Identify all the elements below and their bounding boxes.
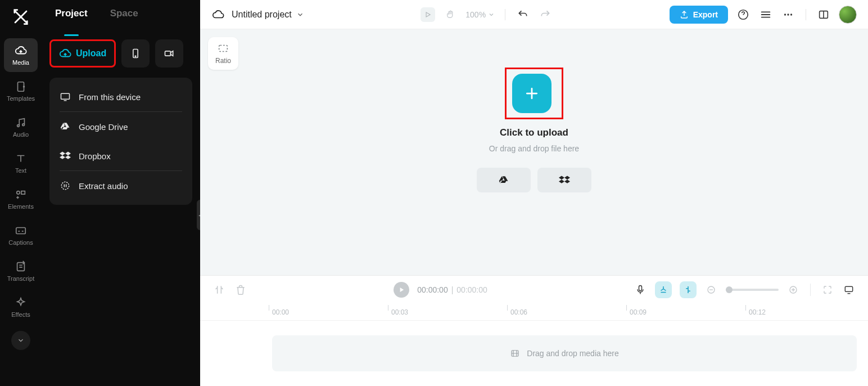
current-time: 00:00:00 xyxy=(417,285,448,294)
menu-label: Google Drive xyxy=(79,122,128,132)
rail-transcript[interactable]: Transcript xyxy=(4,254,38,288)
export-button[interactable]: Export xyxy=(670,6,728,24)
rail-label: Media xyxy=(12,59,29,66)
menu-from-device[interactable]: From this device xyxy=(49,82,192,111)
upload-button[interactable]: Upload xyxy=(49,39,116,68)
hand-pan-button[interactable] xyxy=(443,7,458,22)
preview-canvas: Ratio Click to upload Or drag and drop f… xyxy=(200,29,868,275)
rail-text[interactable]: Text xyxy=(4,146,38,180)
ruler-tick: 00:12 xyxy=(749,308,868,316)
extract-audio-icon xyxy=(60,180,71,191)
preview-monitor-button[interactable] xyxy=(842,283,856,297)
film-icon xyxy=(510,348,520,358)
ratio-button[interactable]: Ratio xyxy=(208,37,238,70)
zoom-out-button[interactable] xyxy=(704,283,718,297)
text-icon xyxy=(15,152,27,165)
more-button[interactable] xyxy=(781,7,795,22)
rail-media[interactable]: Media xyxy=(4,38,38,72)
svg-rect-18 xyxy=(219,46,228,52)
menu-extract-audio[interactable]: Extract audio xyxy=(49,171,192,200)
elements-icon xyxy=(15,188,27,201)
rail-elements[interactable]: Elements xyxy=(4,182,38,216)
transcript-icon xyxy=(15,261,27,273)
camera-icon xyxy=(164,48,175,59)
rail-expand-button[interactable] xyxy=(11,331,30,350)
rail-label: Transcript xyxy=(7,275,35,282)
rail-effects[interactable]: Effects xyxy=(4,290,38,324)
rail-captions[interactable]: Captions xyxy=(4,218,38,252)
timeline-drop-zone[interactable]: Drag and drop media here xyxy=(272,335,857,371)
tab-space[interactable]: Space xyxy=(110,8,138,29)
rail-audio[interactable]: Audio xyxy=(4,110,38,144)
svg-rect-22 xyxy=(845,286,852,291)
project-name-dropdown[interactable]: Untitled project xyxy=(232,10,304,20)
snap-toggle[interactable] xyxy=(680,281,697,298)
phone-button[interactable] xyxy=(121,39,150,68)
menu-dropbox[interactable]: Dropbox xyxy=(49,141,192,170)
time-display: 00:00:00 | 00:00:00 xyxy=(417,285,487,294)
drop-zone-label: Drag and drop media here xyxy=(527,349,618,358)
phone-icon xyxy=(130,48,141,59)
svg-rect-5 xyxy=(21,191,25,195)
highlight-upload-box xyxy=(505,68,563,119)
svg-point-9 xyxy=(135,56,136,57)
svg-point-3 xyxy=(22,124,25,126)
rail-label: Captions xyxy=(8,239,33,246)
mic-button[interactable] xyxy=(634,283,647,297)
topbar: Untitled project 100% xyxy=(200,0,868,29)
magnetic-toggle[interactable] xyxy=(655,281,672,298)
google-drive-upload-button[interactable] xyxy=(477,168,531,192)
avatar[interactable] xyxy=(839,6,857,24)
dropbox-icon xyxy=(559,174,570,186)
cloud-status-icon[interactable] xyxy=(211,8,225,21)
divider xyxy=(505,9,505,20)
click-to-upload-label: Click to upload xyxy=(500,127,568,138)
rail-label: Audio xyxy=(13,131,29,138)
zoom-value: 100% xyxy=(465,10,486,19)
layout-toggle-button[interactable] xyxy=(816,7,831,22)
menu-google-drive[interactable]: Google Drive xyxy=(49,112,192,141)
zoom-slider[interactable] xyxy=(726,289,779,291)
svg-point-16 xyxy=(790,14,792,15)
redo-button[interactable] xyxy=(538,7,553,22)
stacks-button[interactable] xyxy=(758,7,773,22)
chevron-down-icon xyxy=(296,11,304,19)
svg-point-14 xyxy=(784,14,786,15)
split-button[interactable] xyxy=(213,283,226,297)
play-preview-button[interactable] xyxy=(421,7,435,22)
fit-timeline-button[interactable] xyxy=(821,283,834,297)
total-time: 00:00:00 xyxy=(456,285,487,294)
timeline-play-button[interactable] xyxy=(394,282,409,298)
svg-point-4 xyxy=(17,191,20,195)
rail-templates[interactable]: Templates xyxy=(4,74,38,108)
help-button[interactable] xyxy=(736,7,751,22)
tab-project[interactable]: Project xyxy=(55,8,88,29)
cloud-upload-icon xyxy=(59,47,71,60)
record-button[interactable] xyxy=(155,39,183,68)
ruler-tick: 00:03 xyxy=(391,308,510,316)
menu-label: Extract audio xyxy=(79,181,128,191)
rail-label: Elements xyxy=(8,203,34,210)
rail-label: Effects xyxy=(11,311,30,318)
delete-button[interactable] xyxy=(234,283,247,297)
zoom-dropdown[interactable]: 100% xyxy=(465,10,495,19)
svg-rect-10 xyxy=(165,51,171,56)
menu-label: Dropbox xyxy=(79,151,111,161)
divider xyxy=(810,284,811,296)
svg-point-2 xyxy=(17,125,20,127)
upload-menu: From this device Google Drive Dropbox xyxy=(49,78,192,205)
svg-rect-19 xyxy=(639,286,642,291)
cloud-upload-icon xyxy=(15,44,27,57)
ruler-tick: 00:06 xyxy=(510,308,630,316)
project-title: Untitled project xyxy=(232,10,292,20)
timeline-ruler[interactable]: 00:00 00:03 00:06 00:09 00:12 xyxy=(200,304,868,321)
dropbox-upload-button[interactable] xyxy=(537,168,591,192)
upload-plus-button[interactable] xyxy=(512,74,551,113)
zoom-in-button[interactable] xyxy=(786,283,800,297)
drag-drop-subtitle: Or drag and drop file here xyxy=(489,144,579,153)
undo-button[interactable] xyxy=(516,7,530,22)
app-logo[interactable] xyxy=(8,5,33,29)
templates-icon xyxy=(15,80,27,93)
upload-label: Upload xyxy=(76,48,106,59)
rail-label: Templates xyxy=(7,95,35,102)
